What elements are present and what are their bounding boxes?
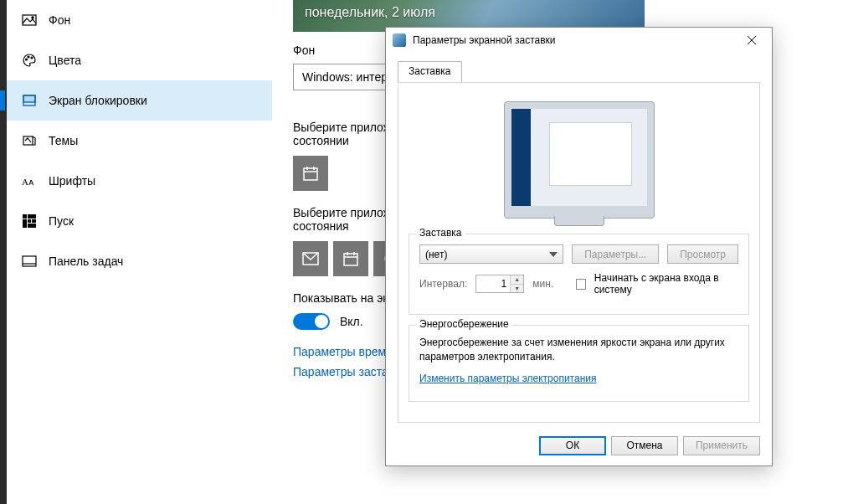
ok-button[interactable]: ОК <box>539 436 606 455</box>
interval-spinner[interactable]: ▲ ▼ <box>475 275 524 293</box>
screensaver-preview-monitor <box>504 101 655 219</box>
app-tile-mail[interactable] <box>293 241 328 276</box>
app-tile-calendar-2[interactable] <box>333 241 368 276</box>
power-legend: Энергосбережение <box>416 318 512 330</box>
interval-input[interactable] <box>476 275 510 292</box>
sidebar-item-fonts[interactable]: Aᴀ Шрифты <box>7 161 272 201</box>
taskbar-icon <box>22 254 37 269</box>
toggle-state-label: Вкл. <box>340 315 363 328</box>
dialog-footer: ОК Отмена Применить <box>386 429 772 465</box>
sidebar-item-label: Пуск <box>49 214 74 228</box>
svg-rect-13 <box>32 219 36 223</box>
svg-rect-22 <box>344 254 357 265</box>
svg-text:Aᴀ: Aᴀ <box>22 177 34 187</box>
svg-rect-17 <box>304 168 317 180</box>
sidebar-accent-strip <box>0 0 7 504</box>
svg-rect-7 <box>23 136 33 145</box>
spinner-down[interactable]: ▼ <box>510 284 523 293</box>
power-settings-link[interactable]: Изменить параметры электропитания <box>419 373 738 384</box>
tab-panel: Заставка (нет) Параметры... Просмотр Инт… <box>398 82 760 423</box>
sidebar-item-label: Панель задач <box>49 255 123 268</box>
svg-rect-10 <box>28 214 36 219</box>
screensaver-select-value: (нет) <box>425 249 549 260</box>
sidebar-item-lockscreen[interactable]: Экран блокировки <box>7 80 272 121</box>
screensaver-dialog: Параметры экранной заставки Заставка Зас… <box>385 27 773 466</box>
sidebar-item-label: Экран блокировки <box>49 94 147 107</box>
interval-unit: мин. <box>532 278 553 290</box>
interval-label: Интервал: <box>419 278 467 290</box>
funfacts-toggle[interactable] <box>293 313 330 330</box>
sidebar-item-themes[interactable]: Темы <box>7 121 272 161</box>
sidebar-item-label: Шрифты <box>49 174 95 188</box>
sidebar-item-label: Цвета <box>49 54 81 67</box>
sidebar-item-colors[interactable]: Цвета <box>7 40 272 80</box>
preview-date-text: понедельник, 2 июля <box>305 5 435 20</box>
sidebar-item-label: Фон <box>49 13 70 27</box>
resume-lock-label: Начинать с экрана входа в систему <box>594 272 738 296</box>
svg-marker-29 <box>549 252 558 257</box>
screensaver-select[interactable]: (нет) <box>419 244 563 264</box>
svg-point-2 <box>26 59 28 60</box>
svg-rect-14 <box>28 224 36 228</box>
svg-point-1 <box>32 17 33 18</box>
picture-icon <box>22 13 37 28</box>
power-text: Энергосбережение за счет изменения яркос… <box>419 336 738 364</box>
apply-button[interactable]: Применить <box>683 436 760 455</box>
fonts-icon: Aᴀ <box>22 173 37 188</box>
svg-rect-9 <box>23 214 27 219</box>
dialog-title-icon <box>393 33 406 47</box>
close-button[interactable] <box>738 30 765 50</box>
svg-point-4 <box>31 57 33 59</box>
dialog-title: Параметры экранной заставки <box>413 34 738 46</box>
settings-sidebar: Фон Цвета Экран блокировки Темы Aᴀ Шрифт… <box>0 0 272 504</box>
resume-lock-checkbox[interactable] <box>576 279 586 290</box>
screensaver-legend: Заставка <box>416 227 465 239</box>
svg-rect-12 <box>28 219 31 223</box>
themes-icon <box>22 133 37 148</box>
dialog-titlebar[interactable]: Параметры экранной заставки <box>386 28 772 53</box>
chevron-down-icon <box>549 252 558 257</box>
svg-rect-6 <box>23 95 35 102</box>
sidebar-item-background[interactable]: Фон <box>7 0 272 40</box>
start-icon <box>22 213 37 229</box>
svg-rect-0 <box>23 15 36 25</box>
svg-point-3 <box>28 56 29 58</box>
screensaver-fieldset: Заставка (нет) Параметры... Просмотр Инт… <box>409 234 749 315</box>
cancel-button[interactable]: Отмена <box>611 436 678 455</box>
svg-rect-15 <box>23 256 36 266</box>
params-button[interactable]: Параметры... <box>572 244 659 264</box>
sidebar-item-label: Темы <box>49 134 78 147</box>
tab-screensaver[interactable]: Заставка <box>398 61 462 82</box>
spinner-up[interactable]: ▲ <box>510 275 523 284</box>
lockscreen-icon <box>22 93 37 108</box>
palette-icon <box>22 53 37 68</box>
app-tile-calendar[interactable] <box>293 156 328 191</box>
sidebar-item-start[interactable]: Пуск <box>7 201 272 241</box>
sidebar-item-taskbar[interactable]: Панель задач <box>7 241 272 281</box>
preview-button[interactable]: Просмотр <box>667 244 738 264</box>
power-fieldset: Энергосбережение Энергосбережение за сче… <box>409 325 749 402</box>
svg-rect-11 <box>23 219 27 228</box>
